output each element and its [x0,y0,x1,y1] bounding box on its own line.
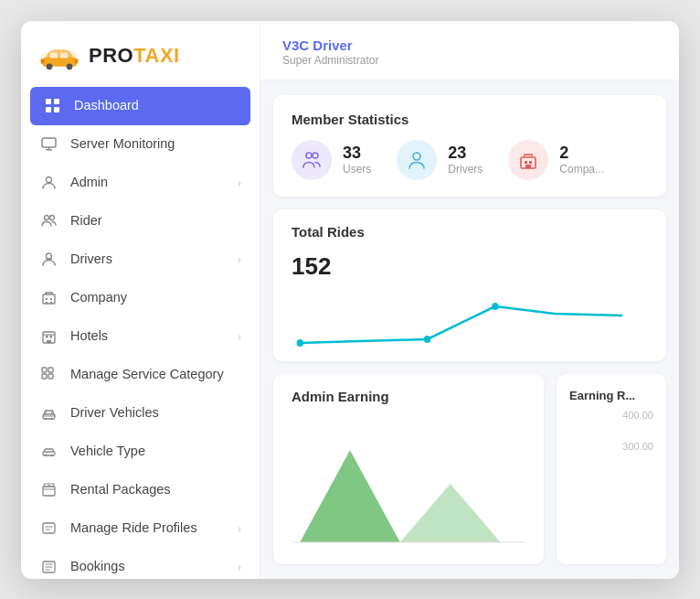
svg-rect-10 [46,107,51,112]
monitor-icon [39,135,58,154]
logo-pro: PRO [89,44,133,67]
logo: PROTAXI [21,21,260,87]
total-rides-title: Total Rides [292,224,648,240]
svg-rect-30 [42,374,47,379]
member-statistics-card: Member Statistics 33 Users [273,95,666,197]
svg-rect-29 [48,368,53,372]
svg-rect-47 [525,161,527,164]
sidebar-item-drivers[interactable]: Drivers › [21,241,260,279]
sidebar-item-rental-packages[interactable]: Rental Packages [21,471,260,509]
svg-rect-26 [49,336,52,338]
stat-num-companies: 2 [559,144,604,163]
svg-rect-22 [46,302,48,304]
sidebar-item-dashboard-label: Dashboard [74,97,238,114]
sidebar-item-company[interactable]: Company [21,279,260,317]
admin-arrow-icon: › [238,177,241,188]
admin-earning-card: Admin Earning [273,374,544,564]
admin-earning-title: Admin Earning [292,389,525,404]
car-alt-icon [39,404,58,423]
earning-chart-area [292,426,525,550]
sidebar-item-server-monitoring-label: Server Monitoring [70,135,241,153]
stat-label-users: Users [343,163,371,176]
svg-point-43 [306,153,312,158]
stats-row: 33 Users 23 Drivers [292,140,648,180]
earning-right-card: Earning R... 400.00 300.00 [557,374,666,564]
svg-rect-23 [50,302,52,304]
logo-icon [39,41,80,70]
svg-point-52 [492,303,498,310]
svg-point-50 [297,339,303,347]
sidebar-item-dashboard[interactable]: Dashboard [30,87,250,125]
svg-point-45 [413,153,420,160]
car-icon [39,443,58,461]
drivers-icon [39,251,58,269]
sidebar: PROTAXI Dashboard Server Monitoring [21,21,260,579]
sidebar-item-manage-ride-profiles[interactable]: Manage Ride Profiles › [21,509,260,548]
sidebar-item-rider-label: Rider [70,212,241,230]
sidebar-item-rider[interactable]: Rider [21,202,260,241]
sidebar-item-hotels[interactable]: Hotels › [21,317,260,356]
svg-point-18 [46,253,51,259]
main-header: V3C Driver Super Administrator [260,21,679,80]
bookings-arrow-icon: › [238,562,241,572]
svg-point-37 [50,455,52,456]
stat-avatar-companies [508,140,548,180]
svg-point-34 [50,418,52,420]
svg-point-17 [49,216,54,220]
company-icon [39,289,58,307]
sidebar-item-hotels-label: Hotels [70,327,225,345]
svg-rect-7 [75,59,78,63]
stat-avatar-drivers [397,140,437,180]
app-window: PROTAXI Dashboard Server Monitoring [21,21,679,579]
svg-point-44 [313,153,318,158]
stat-avatar-users [292,140,332,180]
stat-num-users: 33 [343,144,371,163]
sidebar-item-server-monitoring[interactable]: Server Monitoring [21,125,260,164]
svg-rect-12 [42,138,56,147]
hotels-icon [39,327,58,346]
main-content-area: V3C Driver Super Administrator Member St… [260,21,679,579]
stat-item-drivers: 23 Drivers [397,140,483,180]
bottom-row: Admin Earning Earning R... 400.00 [273,374,666,564]
svg-rect-21 [50,298,52,300]
apps-icon [39,366,58,384]
sidebar-item-rental-packages-label: Rental Packages [70,481,241,498]
svg-marker-53 [300,450,400,542]
svg-point-15 [46,177,51,183]
rider-icon [39,212,58,230]
hotels-arrow-icon: › [238,331,241,342]
svg-rect-8 [46,99,51,104]
svg-rect-28 [42,368,47,372]
stat-label-drivers: Drivers [448,163,483,176]
svg-rect-5 [60,52,68,58]
drivers-arrow-icon: › [238,254,241,265]
svg-rect-13 [46,149,52,151]
svg-rect-9 [54,99,59,104]
svg-rect-40 [43,523,55,533]
admin-icon [39,174,58,192]
sidebar-item-bookings-label: Bookings [70,558,225,575]
svg-rect-31 [48,374,53,379]
stat-num-drivers: 23 [448,144,483,163]
sidebar-item-manage-service-category[interactable]: Manage Service Category [21,356,260,394]
sidebar-item-company-label: Company [70,289,241,306]
sidebar-item-driver-vehicles[interactable]: Driver Vehicles [21,394,260,433]
sidebar-item-vehicle-type-label: Vehicle Type [70,443,241,460]
total-rides-count: 152 [292,252,648,281]
user-name: V3C Driver [282,37,657,53]
sidebar-item-admin[interactable]: Admin › [21,164,260,202]
sidebar-nav: Dashboard Server Monitoring Admin › [21,87,260,579]
rides-chart-area [292,288,648,361]
sidebar-item-vehicle-type[interactable]: Vehicle Type [21,433,260,471]
grid-icon [43,97,61,115]
y-axis-400: 400.00 [569,410,653,421]
svg-rect-49 [525,165,531,168]
ride-profiles-arrow-icon: › [238,523,241,534]
sidebar-item-manage-service-category-label: Manage Service Category [70,366,241,383]
earning-bar-chart [292,426,525,550]
package-icon [39,481,58,499]
svg-marker-54 [400,483,501,541]
svg-rect-27 [47,340,51,343]
sidebar-item-bookings[interactable]: Bookings › [21,548,260,579]
svg-rect-25 [46,336,48,338]
